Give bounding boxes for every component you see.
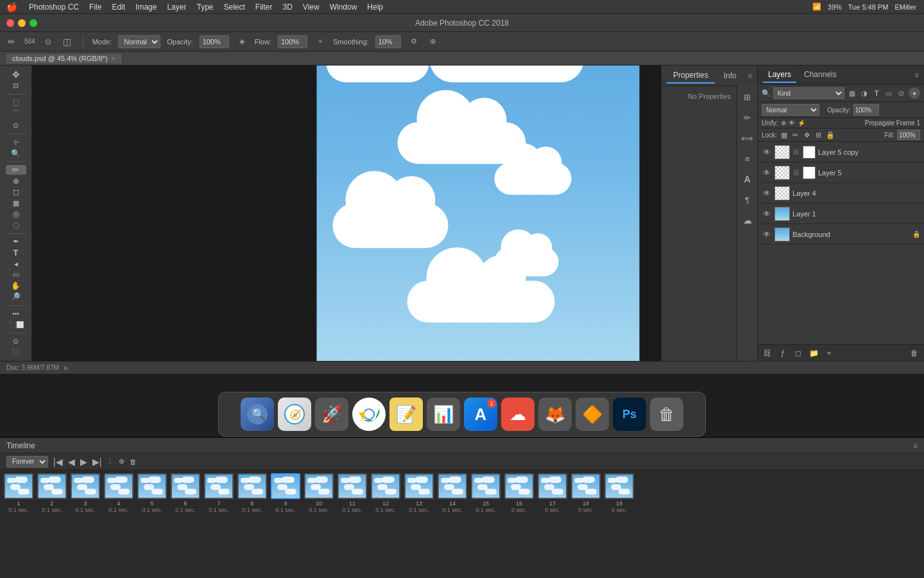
unify-pos-icon[interactable]: ⊕ [781, 119, 786, 127]
opacity-input[interactable] [200, 35, 229, 48]
blend-mode-select[interactable]: Normal [762, 104, 819, 116]
dock-photoshop[interactable]: Ps [613, 398, 646, 431]
maximize-button[interactable] [30, 19, 37, 27]
mode-select[interactable]: Normal [118, 35, 160, 48]
prev-frame-btn[interactable]: ◀ [68, 457, 75, 467]
menu-photoshop[interactable]: Photoshop CC [29, 3, 79, 12]
layer-item-4[interactable]: 👁 Layer 4 [758, 183, 924, 204]
frame-7[interactable]: 7 0.1 sec. [203, 473, 235, 573]
loop-select[interactable]: Forever [6, 456, 48, 468]
frame-19[interactable]: 19 0 sec. [603, 473, 635, 573]
fill-value[interactable] [897, 130, 920, 140]
filter-type-icon[interactable]: T [871, 88, 882, 98]
frame-1[interactable]: 1 0.1 sec. [3, 473, 35, 573]
lock-image-icon[interactable]: ✏ [791, 130, 800, 139]
layer-eye-4[interactable]: 👁 [762, 188, 772, 198]
tab-close-icon[interactable]: × [112, 55, 116, 62]
transition-btn[interactable]: ⋮ [107, 457, 114, 466]
delete-layer-btn[interactable]: 🗑 [909, 347, 920, 359]
menu-3d[interactable]: 3D [283, 3, 293, 12]
minimize-button[interactable] [18, 19, 26, 27]
layer-eye-1[interactable]: 👁 [762, 209, 772, 219]
path-selection-tool[interactable]: ◂ [6, 259, 26, 268]
dock-blender[interactable]: 🔶 [576, 398, 609, 431]
smoothing-input[interactable] [375, 35, 401, 48]
right-tool-6[interactable]: ¶ [739, 191, 756, 208]
pen-tool[interactable]: ✒ [6, 237, 26, 247]
filter-pixel-icon[interactable]: ▦ [847, 88, 857, 98]
timeline-menu-icon[interactable]: ≡ [913, 441, 918, 450]
new-group-btn[interactable]: 📁 [808, 347, 819, 359]
brush-tool[interactable]: ✏ [6, 165, 26, 175]
right-tool-4[interactable]: ≡ [739, 150, 756, 167]
canvas-image[interactable] [317, 66, 640, 361]
lock-artboard-icon[interactable]: ⊞ [814, 130, 823, 139]
menu-edit[interactable]: Edit [112, 3, 125, 12]
menu-type[interactable]: Type [196, 3, 213, 12]
clone-stamp-tool[interactable]: ⊕ [6, 176, 26, 186]
frame-17[interactable]: 17 0 sec. [536, 473, 569, 573]
dock-finder[interactable]: 🔍 [241, 398, 274, 431]
apple-menu[interactable]: 🍎 [6, 2, 17, 12]
frame-10[interactable]: 10 0.1 sec. [303, 473, 335, 573]
frame-6[interactable]: 6 0.1 sec. [169, 473, 201, 573]
dock-safari[interactable]: 🧭 [278, 398, 311, 431]
layer-eye-5copy[interactable]: 👁 [762, 147, 772, 157]
menu-help[interactable]: Help [367, 3, 383, 12]
frame-9[interactable]: 9 0.1 sec. [270, 473, 302, 573]
filter-shape-icon[interactable]: ▭ [884, 88, 894, 98]
frame-14[interactable]: 14 0.1 sec. [436, 473, 468, 573]
artboard-tool[interactable]: ⊡ [6, 81, 26, 91]
crop-tool[interactable]: ⊹ [6, 137, 26, 147]
dock-firefox[interactable]: 🦊 [538, 398, 572, 431]
layer-item-5copy[interactable]: 👁 ⛓ Layer 5 copy [758, 142, 924, 162]
layer-item-background[interactable]: 👁 Background 🔒 [758, 224, 924, 245]
quick-select-tool[interactable]: ⊙ [6, 121, 26, 130]
right-tool-7[interactable]: ☁ [739, 212, 756, 229]
right-tool-5[interactable]: A [739, 171, 756, 188]
foreground-background[interactable]: ⬛⬜ [6, 320, 26, 329]
panel-menu-icon[interactable]: ≡ [748, 71, 752, 80]
dock-notes[interactable]: 📝 [389, 398, 423, 431]
first-frame-btn[interactable]: |◀ [53, 457, 63, 467]
unify-vis-icon[interactable]: 👁 [789, 119, 795, 127]
menu-file[interactable]: File [89, 3, 101, 12]
frame-15[interactable]: 15 0.1 sec. [470, 473, 502, 573]
status-expand-icon[interactable]: ▶ [64, 364, 69, 371]
screen-mode-tool[interactable]: ⬛ [6, 347, 26, 357]
type-tool[interactable]: T [6, 248, 26, 258]
more-tools[interactable]: ••• [6, 308, 26, 318]
menu-filter[interactable]: Filter [255, 3, 273, 12]
move-tool[interactable]: ✥ [6, 69, 26, 80]
dodge-tool[interactable]: ◌ [6, 220, 26, 230]
pressure-opacity-icon[interactable]: ◈ [235, 35, 248, 48]
hand-tool[interactable]: ✋ [6, 281, 26, 290]
frame-13[interactable]: 13 0.1 sec. [403, 473, 435, 573]
layer-item-5[interactable]: 👁 ⛓ Layer 5 [758, 162, 924, 183]
lock-all-icon[interactable]: 🔒 [826, 130, 835, 139]
link-layers-btn[interactable]: ⛓ [762, 347, 773, 359]
filter-smart-icon[interactable]: ⊙ [896, 88, 906, 98]
dock-launchpad[interactable]: 🚀 [315, 398, 348, 431]
right-tool-1[interactable]: ⊞ [739, 89, 756, 105]
zoom-tool[interactable]: 🔎 [6, 292, 26, 302]
menu-view[interactable]: View [303, 3, 320, 12]
airbrush-icon[interactable]: ⌖ [314, 35, 327, 48]
frame-11[interactable]: 11 0.1 sec. [336, 473, 368, 573]
new-layer-btn[interactable]: + [823, 347, 835, 359]
add-style-btn[interactable]: ƒ [777, 347, 789, 359]
smoothing-settings-icon[interactable]: ⚙ [407, 35, 420, 48]
lasso-tool[interactable]: ⌒ [6, 109, 26, 119]
frame-3[interactable]: 3 0.1 sec. [69, 473, 101, 573]
menu-window[interactable]: Window [330, 3, 357, 12]
dock-creative-cloud[interactable]: ☁ [501, 398, 535, 431]
gradient-tool[interactable]: ▦ [6, 198, 26, 207]
layer-eye-bg[interactable]: 👁 [762, 229, 772, 240]
brush-angle-icon[interactable]: ⊕ [427, 35, 440, 48]
toggle-brush-panel-icon[interactable]: ◫ [61, 35, 74, 48]
eyedropper-tool[interactable]: 🔍 [6, 148, 26, 158]
eraser-tool[interactable]: ◻ [6, 187, 26, 197]
frame-4[interactable]: 4 0.1 sec. [103, 473, 135, 573]
frame-18[interactable]: 18 0 sec. [570, 473, 602, 573]
lock-position-icon[interactable]: ✥ [803, 130, 812, 139]
